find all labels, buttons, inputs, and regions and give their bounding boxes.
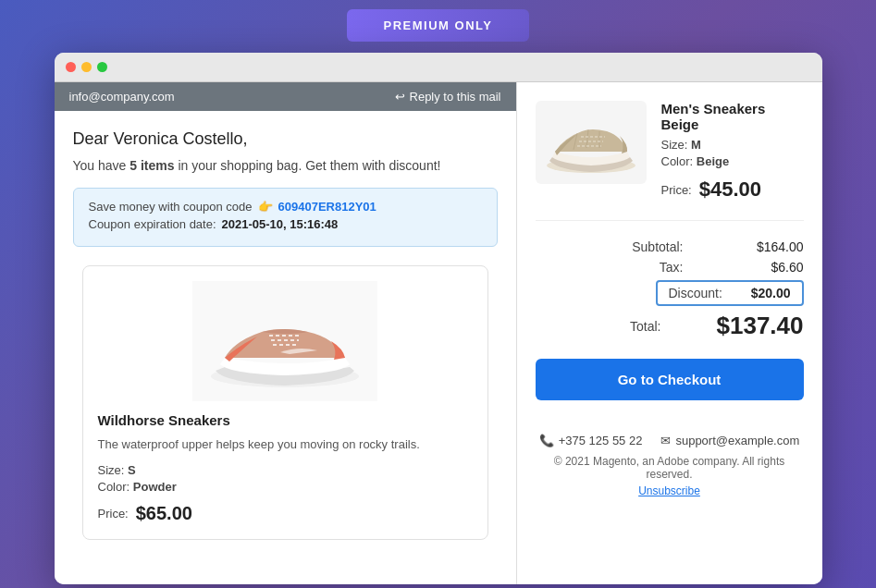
product-color-left: Color: Powder — [98, 480, 473, 494]
product-desc-left: The waterproof upper helps keep you movi… — [98, 435, 473, 454]
checkout-button[interactable]: Go to Checkout — [536, 359, 804, 400]
unsubscribe-link[interactable]: Unsubscribe — [536, 484, 804, 497]
coupon-emoji: 👉 — [258, 200, 273, 214]
product-name-right: Men's Sneakers Beige — [661, 101, 804, 132]
sneaker-svg-pink — [197, 286, 373, 397]
intro-suffix: in your shopping bag. Get them with disc… — [178, 158, 440, 173]
product-price-left: Price: $65.00 — [98, 503, 473, 524]
product-card-left: Wildhorse Sneakers The waterproof upper … — [82, 265, 488, 540]
email-body: Dear Veronica Costello, You have 5 items… — [55, 111, 516, 584]
price-label-left: Price: — [98, 507, 129, 521]
color-value-left: Powder — [133, 480, 177, 494]
coupon-code-row: Save money with coupon code 👉 609407ER81… — [89, 200, 482, 214]
size-label-left: Size: — [98, 463, 125, 477]
email-contact: ✉ support@example.com — [660, 434, 799, 447]
coupon-expiry-label: Coupon expiration date: — [89, 217, 216, 231]
product-name-left: Wildhorse Sneakers — [98, 412, 473, 428]
email-container: info@company.com ↩ Reply to this mail De… — [55, 82, 822, 584]
window-dot-red[interactable] — [66, 62, 76, 72]
right-product-info: Men's Sneakers Beige Size: M Color: Beig… — [661, 101, 804, 202]
copyright-text: © 2021 Magento, an Adobe company. All ri… — [536, 455, 804, 481]
total-row: Total: $137.40 — [536, 312, 804, 340]
coupon-label: Save money with coupon code — [89, 200, 253, 214]
tax-value: $6.60 — [739, 260, 804, 275]
subtotal-label: Subtotal: — [632, 239, 683, 254]
contact-row: 📞 +375 125 55 22 ✉ support@example.com — [536, 434, 804, 447]
order-summary: Subtotal: $164.00 Tax: $6.60 Discount: $… — [536, 239, 804, 434]
window-dot-yellow[interactable] — [81, 62, 92, 72]
price-label-right: Price: — [661, 183, 692, 197]
discount-value: $20.00 — [751, 286, 791, 300]
product-size-right: Size: M — [661, 138, 804, 152]
reply-button[interactable]: ↩ Reply to this mail — [395, 90, 501, 104]
reply-label: Reply to this mail — [410, 90, 501, 104]
item-count: 5 items — [130, 158, 174, 173]
total-value: $137.40 — [717, 312, 804, 340]
support-email: support@example.com — [675, 434, 799, 447]
email-greeting: Dear Veronica Costello, — [73, 129, 498, 149]
right-product: Men's Sneakers Beige Size: M Color: Beig… — [536, 101, 804, 221]
sender-email: info@company.com — [69, 90, 175, 104]
email-icon: ✉ — [660, 434, 671, 447]
product-color-right: Color: Beige — [661, 154, 804, 168]
color-label-left: Color: — [98, 480, 130, 494]
sneaker-svg-beige — [540, 105, 642, 179]
reply-icon: ↩ — [395, 90, 405, 104]
product-image-right — [536, 101, 647, 184]
email-left-panel: info@company.com ↩ Reply to this mail De… — [55, 82, 517, 584]
color-label-right: Color: — [661, 154, 694, 168]
product-price-right: Price: $45.00 — [661, 178, 804, 202]
total-label: Total: — [630, 319, 660, 334]
intro-prefix: You have — [73, 158, 127, 173]
discount-label: Discount: — [669, 286, 722, 300]
discount-box: Discount: $20.00 — [656, 280, 804, 306]
color-value-right: Beige — [697, 154, 729, 168]
product-image-left — [192, 281, 377, 401]
email-intro: You have 5 items in your shopping bag. G… — [73, 158, 498, 173]
subtotal-value: $164.00 — [739, 239, 804, 254]
email-right-panel: Men's Sneakers Beige Size: M Color: Beig… — [517, 82, 822, 584]
coupon-expiry-value: 2021-05-10, 15:16:48 — [222, 217, 339, 231]
premium-banner: PREMIUM ONLY — [347, 9, 530, 42]
price-value-right: $45.00 — [699, 178, 761, 202]
size-value-right: M — [691, 138, 701, 152]
email-header: info@company.com ↩ Reply to this mail — [55, 82, 516, 111]
product-size-left: Size: S — [98, 463, 473, 477]
size-label-right: Size: — [661, 138, 688, 152]
phone-icon: 📞 — [539, 434, 554, 447]
browser-window: info@company.com ↩ Reply to this mail De… — [55, 53, 822, 584]
discount-row: Discount: $20.00 — [536, 280, 804, 306]
tax-label: Tax: — [660, 260, 684, 275]
coupon-box: Save money with coupon code 👉 609407ER81… — [73, 188, 498, 247]
size-value-left: S — [128, 463, 136, 477]
tax-row: Tax: $6.60 — [536, 260, 804, 275]
browser-chrome — [55, 53, 822, 82]
coupon-code[interactable]: 609407ER812Y01 — [278, 200, 376, 214]
coupon-expiry-row: Coupon expiration date: 2021-05-10, 15:1… — [89, 217, 482, 231]
phone-number: +375 125 55 22 — [559, 434, 643, 447]
window-dot-green[interactable] — [97, 62, 107, 72]
phone-contact: 📞 +375 125 55 22 — [539, 434, 643, 447]
subtotal-row: Subtotal: $164.00 — [536, 239, 804, 254]
price-value-left: $65.00 — [136, 503, 192, 524]
